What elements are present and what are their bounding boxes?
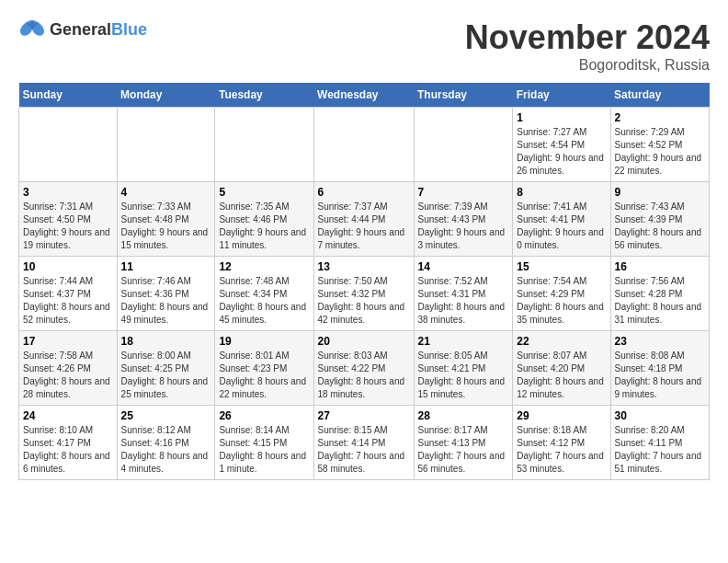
day-number: 20 (318, 335, 410, 348)
weekday-header-tuesday: Tuesday (215, 83, 313, 108)
main-title: November 2024 (465, 18, 710, 57)
calendar-cell: 13Sunrise: 7:50 AM Sunset: 4:32 PM Dayli… (313, 257, 414, 331)
day-info: Sunrise: 7:52 AM Sunset: 4:31 PM Dayligh… (418, 275, 509, 327)
day-number: 12 (219, 260, 309, 273)
calendar-cell: 5Sunrise: 7:35 AM Sunset: 4:46 PM Daylig… (215, 182, 313, 257)
day-info: Sunrise: 8:17 AM Sunset: 4:13 PM Dayligh… (418, 424, 509, 476)
calendar-cell: 23Sunrise: 8:08 AM Sunset: 4:18 PM Dayli… (610, 331, 710, 406)
calendar-cell: 3Sunrise: 7:31 AM Sunset: 4:50 PM Daylig… (19, 182, 118, 257)
day-info: Sunrise: 7:39 AM Sunset: 4:43 PM Dayligh… (418, 201, 509, 252)
calendar-cell: 28Sunrise: 8:17 AM Sunset: 4:13 PM Dayli… (414, 406, 513, 480)
day-info: Sunrise: 8:14 AM Sunset: 4:15 PM Dayligh… (219, 424, 309, 476)
logo-text-general: General (50, 20, 111, 39)
day-number: 17 (23, 335, 113, 348)
logo-text-blue: Blue (111, 20, 147, 39)
weekday-header-sunday: Sunday (19, 83, 118, 108)
weekday-header-monday: Monday (117, 83, 215, 108)
day-info: Sunrise: 7:56 AM Sunset: 4:28 PM Dayligh… (615, 275, 706, 327)
calendar-table: SundayMondayTuesdayWednesdayThursdayFrid… (18, 83, 710, 480)
calendar-cell: 24Sunrise: 8:10 AM Sunset: 4:17 PM Dayli… (19, 406, 118, 480)
calendar-cell: 25Sunrise: 8:12 AM Sunset: 4:16 PM Dayli… (117, 406, 215, 480)
day-info: Sunrise: 7:46 AM Sunset: 4:36 PM Dayligh… (121, 275, 211, 327)
calendar-cell (19, 108, 118, 182)
calendar-cell (117, 108, 215, 182)
day-number: 10 (23, 260, 113, 273)
calendar-cell: 8Sunrise: 7:41 AM Sunset: 4:41 PM Daylig… (513, 182, 610, 257)
calendar-cell: 4Sunrise: 7:33 AM Sunset: 4:48 PM Daylig… (117, 182, 215, 257)
title-section: November 2024 Bogoroditsk, Russia (465, 18, 710, 74)
day-number: 7 (418, 186, 509, 199)
day-number: 22 (517, 335, 606, 348)
logo: GeneralBlue (18, 18, 147, 40)
day-info: Sunrise: 8:12 AM Sunset: 4:16 PM Dayligh… (121, 424, 211, 476)
day-info: Sunrise: 7:48 AM Sunset: 4:34 PM Dayligh… (219, 275, 309, 327)
calendar-cell: 21Sunrise: 8:05 AM Sunset: 4:21 PM Dayli… (414, 331, 513, 406)
day-number: 19 (219, 335, 309, 348)
day-number: 16 (615, 260, 706, 273)
weekday-header-friday: Friday (513, 83, 610, 108)
weekday-header-thursday: Thursday (414, 83, 513, 108)
day-info: Sunrise: 8:01 AM Sunset: 4:23 PM Dayligh… (219, 350, 309, 401)
day-info: Sunrise: 8:00 AM Sunset: 4:25 PM Dayligh… (121, 350, 211, 401)
header: GeneralBlue November 2024 Bogoroditsk, R… (18, 18, 710, 74)
weekday-header-wednesday: Wednesday (313, 83, 414, 108)
calendar-week-row: 10Sunrise: 7:44 AM Sunset: 4:37 PM Dayli… (19, 257, 710, 331)
day-info: Sunrise: 7:43 AM Sunset: 4:39 PM Dayligh… (615, 201, 706, 252)
day-number: 8 (517, 186, 606, 199)
calendar-cell: 19Sunrise: 8:01 AM Sunset: 4:23 PM Dayli… (215, 331, 313, 406)
day-info: Sunrise: 7:27 AM Sunset: 4:54 PM Dayligh… (517, 126, 606, 178)
weekday-header-row: SundayMondayTuesdayWednesdayThursdayFrid… (19, 83, 710, 108)
calendar-cell: 1Sunrise: 7:27 AM Sunset: 4:54 PM Daylig… (513, 108, 610, 182)
calendar-cell: 18Sunrise: 8:00 AM Sunset: 4:25 PM Dayli… (117, 331, 215, 406)
calendar-cell: 22Sunrise: 8:07 AM Sunset: 4:20 PM Dayli… (513, 331, 610, 406)
day-info: Sunrise: 7:41 AM Sunset: 4:41 PM Dayligh… (517, 201, 606, 252)
day-number: 14 (418, 260, 509, 273)
day-info: Sunrise: 8:20 AM Sunset: 4:11 PM Dayligh… (615, 424, 706, 476)
day-info: Sunrise: 7:31 AM Sunset: 4:50 PM Dayligh… (23, 201, 113, 252)
day-info: Sunrise: 7:58 AM Sunset: 4:26 PM Dayligh… (23, 350, 113, 401)
day-number: 15 (517, 260, 606, 273)
calendar-week-row: 3Sunrise: 7:31 AM Sunset: 4:50 PM Daylig… (19, 182, 710, 257)
calendar-cell: 6Sunrise: 7:37 AM Sunset: 4:44 PM Daylig… (313, 182, 414, 257)
calendar-cell: 10Sunrise: 7:44 AM Sunset: 4:37 PM Dayli… (19, 257, 118, 331)
day-number: 1 (517, 111, 606, 124)
day-number: 24 (23, 409, 113, 422)
calendar-cell: 9Sunrise: 7:43 AM Sunset: 4:39 PM Daylig… (610, 182, 710, 257)
day-number: 26 (219, 409, 309, 422)
calendar-week-row: 24Sunrise: 8:10 AM Sunset: 4:17 PM Dayli… (19, 406, 710, 480)
calendar-cell: 11Sunrise: 7:46 AM Sunset: 4:36 PM Dayli… (117, 257, 215, 331)
day-info: Sunrise: 8:15 AM Sunset: 4:14 PM Dayligh… (318, 424, 410, 476)
day-number: 25 (121, 409, 211, 422)
day-number: 23 (615, 335, 706, 348)
day-number: 18 (121, 335, 211, 348)
calendar-cell: 16Sunrise: 7:56 AM Sunset: 4:28 PM Dayli… (610, 257, 710, 331)
calendar-cell: 17Sunrise: 7:58 AM Sunset: 4:26 PM Dayli… (19, 331, 118, 406)
day-number: 4 (121, 186, 211, 199)
day-number: 5 (219, 186, 309, 199)
day-info: Sunrise: 7:54 AM Sunset: 4:29 PM Dayligh… (517, 275, 606, 327)
calendar-week-row: 17Sunrise: 7:58 AM Sunset: 4:26 PM Dayli… (19, 331, 710, 406)
calendar-cell (215, 108, 313, 182)
day-number: 21 (418, 335, 509, 348)
day-info: Sunrise: 7:50 AM Sunset: 4:32 PM Dayligh… (318, 275, 410, 327)
calendar-cell: 27Sunrise: 8:15 AM Sunset: 4:14 PM Dayli… (313, 406, 414, 480)
day-info: Sunrise: 8:03 AM Sunset: 4:22 PM Dayligh… (318, 350, 410, 401)
day-info: Sunrise: 8:05 AM Sunset: 4:21 PM Dayligh… (418, 350, 509, 401)
calendar-cell: 26Sunrise: 8:14 AM Sunset: 4:15 PM Dayli… (215, 406, 313, 480)
day-number: 28 (418, 409, 509, 422)
day-info: Sunrise: 7:29 AM Sunset: 4:52 PM Dayligh… (615, 126, 706, 178)
calendar-cell: 12Sunrise: 7:48 AM Sunset: 4:34 PM Dayli… (215, 257, 313, 331)
day-info: Sunrise: 8:07 AM Sunset: 4:20 PM Dayligh… (517, 350, 606, 401)
day-number: 3 (23, 186, 113, 199)
calendar-cell (313, 108, 414, 182)
day-info: Sunrise: 7:35 AM Sunset: 4:46 PM Dayligh… (219, 201, 309, 252)
day-number: 9 (615, 186, 706, 199)
calendar-cell: 20Sunrise: 8:03 AM Sunset: 4:22 PM Dayli… (313, 331, 414, 406)
day-number: 2 (615, 111, 706, 124)
day-info: Sunrise: 8:10 AM Sunset: 4:17 PM Dayligh… (23, 424, 113, 476)
day-number: 29 (517, 409, 606, 422)
calendar-cell: 7Sunrise: 7:39 AM Sunset: 4:43 PM Daylig… (414, 182, 513, 257)
calendar-week-row: 1Sunrise: 7:27 AM Sunset: 4:54 PM Daylig… (19, 108, 710, 182)
calendar-body: 1Sunrise: 7:27 AM Sunset: 4:54 PM Daylig… (19, 108, 710, 480)
calendar-cell: 2Sunrise: 7:29 AM Sunset: 4:52 PM Daylig… (610, 108, 710, 182)
